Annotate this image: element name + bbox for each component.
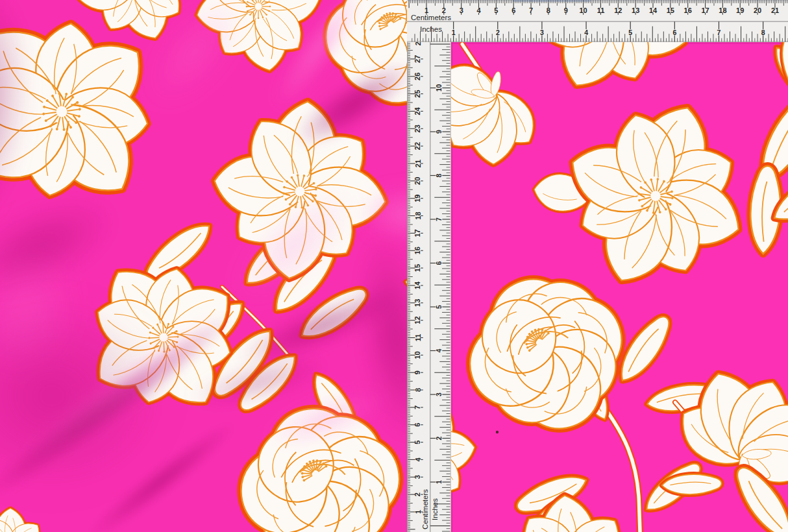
svg-text:9: 9	[564, 6, 568, 14]
svg-text:3: 3	[460, 6, 463, 14]
svg-text:23: 23	[414, 125, 422, 132]
svg-text:11: 11	[414, 334, 422, 342]
svg-text:27: 27	[414, 55, 422, 63]
svg-text:7: 7	[414, 405, 422, 409]
svg-text:10: 10	[579, 6, 587, 14]
svg-text:1: 1	[452, 29, 456, 36]
svg-text:7: 7	[529, 6, 533, 14]
svg-text:3: 3	[540, 29, 544, 36]
svg-text:14: 14	[649, 6, 658, 14]
svg-text:20: 20	[754, 6, 761, 14]
svg-text:4: 4	[476, 6, 481, 14]
svg-text:5: 5	[628, 29, 632, 36]
svg-text:13: 13	[632, 6, 639, 14]
svg-text:5: 5	[414, 441, 422, 444]
svg-text:2: 2	[442, 6, 446, 14]
svg-text:17: 17	[701, 6, 709, 14]
svg-text:8: 8	[414, 388, 422, 392]
svg-text:25: 25	[414, 90, 422, 97]
svg-text:21: 21	[414, 160, 422, 167]
svg-text:13: 13	[414, 299, 422, 307]
svg-text:Centimeters: Centimeters	[411, 14, 451, 21]
svg-text:1: 1	[435, 480, 443, 484]
svg-text:11: 11	[597, 6, 605, 14]
svg-text:5: 5	[435, 305, 443, 309]
svg-text:15: 15	[414, 264, 422, 272]
svg-text:2: 2	[496, 29, 500, 36]
svg-text:18: 18	[414, 212, 422, 219]
svg-text:19: 19	[736, 6, 744, 14]
svg-text:4: 4	[435, 348, 443, 352]
svg-text:4: 4	[414, 457, 422, 462]
svg-text:19: 19	[414, 195, 422, 202]
svg-text:24: 24	[414, 106, 422, 115]
svg-text:21: 21	[771, 6, 779, 14]
svg-text:12: 12	[414, 316, 422, 324]
svg-text:9: 9	[414, 370, 422, 374]
svg-text:10: 10	[414, 351, 422, 359]
svg-text:9: 9	[435, 130, 443, 134]
svg-text:26: 26	[414, 73, 422, 80]
svg-text:17: 17	[414, 229, 422, 237]
svg-text:6: 6	[511, 6, 515, 14]
svg-text:3: 3	[414, 475, 422, 479]
svg-text:16: 16	[684, 6, 692, 14]
svg-text:6: 6	[672, 29, 676, 36]
svg-text:5: 5	[494, 6, 498, 14]
svg-text:6: 6	[414, 423, 422, 427]
svg-text:14: 14	[414, 281, 422, 289]
svg-text:2: 2	[435, 436, 443, 440]
svg-text:7: 7	[435, 217, 443, 221]
svg-text:16: 16	[414, 247, 422, 254]
svg-text:10: 10	[435, 84, 443, 92]
svg-text:4: 4	[584, 29, 588, 36]
svg-text:7: 7	[717, 29, 721, 36]
svg-text:15: 15	[667, 6, 674, 14]
svg-text:22: 22	[414, 142, 422, 150]
svg-text:18: 18	[719, 6, 726, 14]
svg-text:8: 8	[435, 173, 443, 177]
svg-text:20: 20	[414, 177, 422, 185]
svg-text:Inches: Inches	[431, 498, 439, 520]
svg-text:3: 3	[435, 393, 443, 396]
svg-text:8: 8	[547, 6, 550, 14]
svg-text:12: 12	[614, 6, 622, 14]
svg-text:Centimeters: Centimeters	[421, 489, 429, 529]
svg-text:1: 1	[425, 6, 428, 14]
svg-text:8: 8	[761, 29, 765, 36]
svg-text:6: 6	[435, 261, 443, 265]
